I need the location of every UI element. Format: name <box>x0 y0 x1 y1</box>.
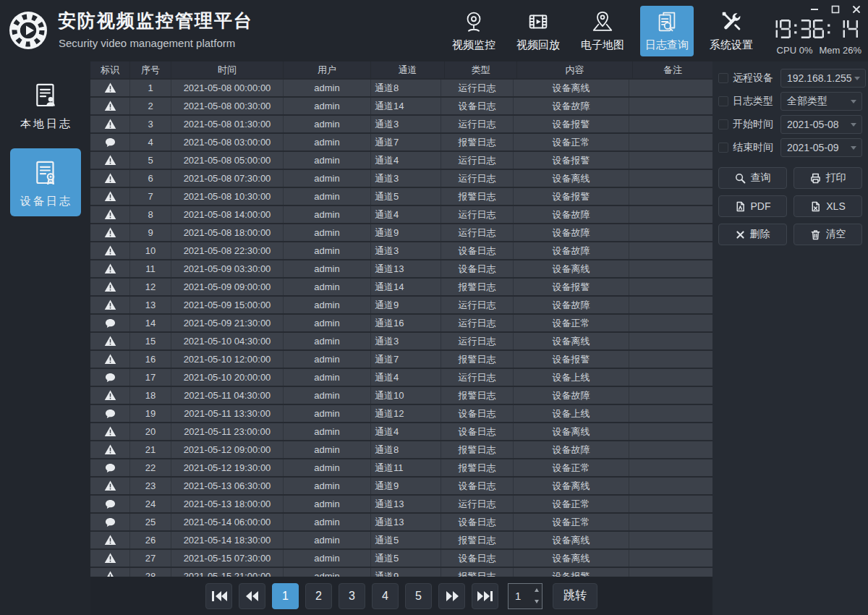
nav-video-monitor[interactable]: 视频监控 <box>447 6 501 56</box>
remote-device-checkbox[interactable] <box>718 73 728 83</box>
cell-icon <box>90 224 130 241</box>
cell-icon <box>90 206 130 223</box>
table-row[interactable]: 172021-05-10 20:00:00admin通道4运行日志设备上线 <box>90 369 712 387</box>
table-row[interactable]: 82021-05-08 14:00:00admin通道4运行日志设备故障 <box>90 206 712 224</box>
cell-no: 10 <box>130 242 171 259</box>
table-row[interactable]: 272021-05-15 07:30:00admin通道5设备日志设备离线 <box>90 550 712 568</box>
start-time-checkbox[interactable] <box>718 119 728 130</box>
cell-type: 报警日志 <box>441 532 514 548</box>
log-type-checkbox[interactable] <box>718 96 728 106</box>
table-row[interactable]: 222021-05-12 19:30:00admin通道11报警日志设备正常 <box>90 459 712 478</box>
maximize-button[interactable] <box>831 5 840 14</box>
jump-button[interactable]: 跳转 <box>553 583 597 609</box>
sidebar-item-local-log[interactable]: 本地日志 <box>10 71 81 139</box>
cell-remark <box>629 369 709 386</box>
table-row[interactable]: 12021-05-08 00:00:00admin通道8运行日志设备离线 <box>90 80 712 98</box>
remote-device-select[interactable]: 192.168.1.255 <box>780 69 866 88</box>
table-row[interactable]: 72021-05-08 10:30:00admin通道5报警日志设备报警 <box>90 188 712 206</box>
start-time-select[interactable]: 2021-05-08 <box>780 115 862 134</box>
table-row[interactable]: 242021-05-13 18:00:00admin通道13运行日志设备正常 <box>90 496 712 514</box>
page-button-1[interactable]: 1 <box>272 583 299 609</box>
minimize-button[interactable] <box>810 5 819 14</box>
xls-export-button[interactable]: XLS <box>793 195 862 217</box>
first-page-button[interactable] <box>205 583 232 609</box>
sidebar-item-device-log[interactable]: 设备日志 <box>10 148 81 216</box>
pdf-export-button[interactable]: PDF <box>718 195 787 217</box>
cell-channel: 通道16 <box>371 315 441 331</box>
table-row[interactable]: 132021-05-09 15:00:00admin通道9运行日志设备故障 <box>90 297 712 315</box>
cell-user: admin <box>284 134 371 150</box>
table-row[interactable]: 112021-05-09 03:30:00admin通道13设备日志设备离线 <box>90 260 712 279</box>
query-button[interactable]: 查询 <box>718 167 787 189</box>
cell-remark <box>629 260 709 277</box>
cell-time: 2021-05-08 05:00:00 <box>171 152 284 169</box>
table-row[interactable]: 32021-05-08 01:30:00admin通道3运行日志设备报警 <box>90 116 712 134</box>
table-row[interactable]: 102021-05-08 22:30:00admin通道3设备日志设备故障 <box>90 242 712 260</box>
table-row[interactable]: 22021-05-08 00:30:00admin通道14设备日志设备故障 <box>90 98 712 116</box>
nav-video-playback[interactable]: 视频回放 <box>511 6 565 56</box>
warning-icon <box>104 553 116 564</box>
table-row[interactable]: 62021-05-08 07:30:00admin通道3运行日志设备离线 <box>90 170 712 188</box>
table-row[interactable]: 152021-05-10 04:30:00admin通道3运行日志设备离线 <box>90 333 712 351</box>
clear-button[interactable]: 清空 <box>793 224 862 245</box>
prev-page-button[interactable] <box>239 583 265 609</box>
cell-user: admin <box>284 315 371 331</box>
cell-type: 设备日志 <box>441 478 514 494</box>
cell-no: 6 <box>130 170 171 187</box>
table-row[interactable]: 92021-05-08 18:00:00admin通道9运行日志设备故障 <box>90 224 712 242</box>
table-row[interactable]: 122021-05-09 09:00:00admin通道14报警日志设备报警 <box>90 279 712 297</box>
page-button-5[interactable]: 5 <box>405 583 432 609</box>
log-type-select[interactable]: 全部类型 <box>780 92 862 111</box>
cell-icon <box>90 478 130 494</box>
end-time-select[interactable]: 2021-05-09 <box>780 138 862 157</box>
table-row[interactable]: 282021-05-15 21:00:00admin通道9报警日志设备报警 <box>90 568 712 577</box>
print-button[interactable]: 打印 <box>793 167 862 189</box>
cell-channel: 通道3 <box>371 242 441 259</box>
column-header-channel: 通道 <box>371 62 445 78</box>
cell-user: admin <box>284 478 371 494</box>
table-row[interactable]: 182021-05-11 04:30:00admin通道10报警日志设备故障 <box>90 387 712 405</box>
table-row[interactable]: 192021-05-11 13:30:00admin通道12设备日志设备上线 <box>90 405 712 423</box>
nav-electronic-map[interactable]: 电子地图 <box>576 6 629 56</box>
page-button-3[interactable]: 3 <box>339 583 365 609</box>
spinner-up-icon[interactable] <box>532 584 542 596</box>
table-row[interactable]: 252021-05-14 06:00:00admin通道13设备日志设备正常 <box>90 514 712 532</box>
page-jump-input[interactable]: 1 <box>508 583 542 609</box>
table-row[interactable]: 162021-05-10 12:00:00admin通道7报警日志设备报警 <box>90 351 712 369</box>
cell-remark <box>629 98 709 114</box>
table-row[interactable]: 262021-05-14 18:30:00admin通道5报警日志设备离线 <box>90 532 712 550</box>
cell-no: 15 <box>130 333 171 349</box>
log-search-icon <box>655 9 679 34</box>
nav-log-query[interactable]: 日志查询 <box>640 6 694 56</box>
spinner-down-icon[interactable] <box>532 596 542 608</box>
close-button[interactable] <box>852 5 861 14</box>
cell-icon <box>90 550 130 567</box>
table-row[interactable]: 52021-05-08 05:00:00admin通道4运行日志设备报警 <box>90 152 712 170</box>
table-row[interactable]: 142021-05-09 21:30:00admin通道16运行日志设备正常 <box>90 315 712 333</box>
column-header-user: 用户 <box>284 62 371 78</box>
cell-no: 4 <box>130 134 171 150</box>
cell-channel: 通道10 <box>371 387 441 404</box>
nav-system-settings[interactable]: 系统设置 <box>705 6 758 56</box>
cell-icon <box>90 351 130 368</box>
button-label: XLS <box>826 200 845 212</box>
cell-remark <box>629 152 709 169</box>
column-header-type: 类型 <box>445 62 517 78</box>
cell-no: 14 <box>130 315 171 331</box>
table-row[interactable]: 42021-05-08 03:00:00admin通道7报警日志设备正常 <box>90 134 712 152</box>
table-row[interactable]: 212021-05-12 09:00:00admin通道8报警日志设备故障 <box>90 441 712 459</box>
next-page-button[interactable] <box>438 583 465 609</box>
warning-icon <box>104 444 116 455</box>
page-button-2[interactable]: 2 <box>305 583 332 609</box>
last-page-button[interactable] <box>472 583 498 609</box>
filter-panel: 远程设备 192.168.1.255 日志类型 全部类型 开始时间 2021-0… <box>712 62 868 615</box>
table-row[interactable]: 232021-05-13 06:30:00admin通道9设备日志设备离线 <box>90 478 712 496</box>
delete-button[interactable]: 删除 <box>718 224 787 245</box>
end-time-checkbox[interactable] <box>718 143 728 153</box>
cell-channel: 通道3 <box>371 116 441 132</box>
cell-content: 设备上线 <box>514 369 629 386</box>
cell-type: 运行日志 <box>441 116 514 132</box>
page-button-4[interactable]: 4 <box>372 583 399 609</box>
cell-channel: 通道13 <box>371 496 441 512</box>
table-row[interactable]: 202021-05-11 23:00:00admin通道4设备日志设备离线 <box>90 423 712 441</box>
